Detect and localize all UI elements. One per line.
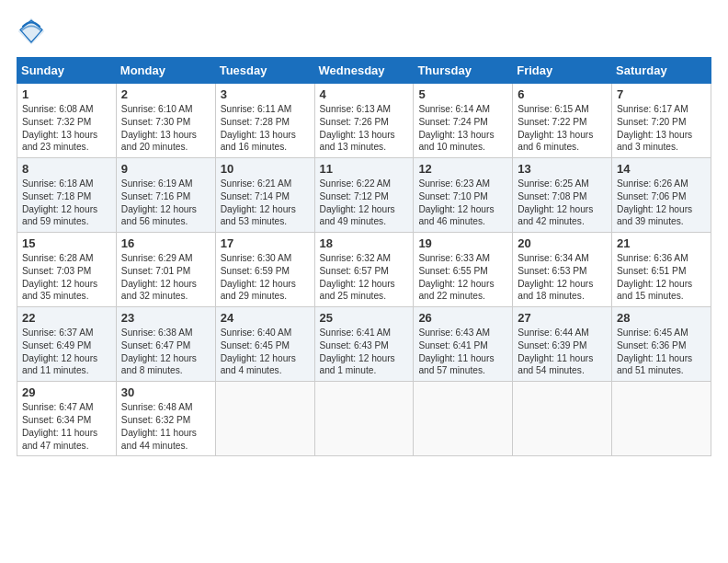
table-row: 6Sunrise: 6:15 AMSunset: 7:22 PMDaylight…	[513, 84, 612, 158]
day-number: 23	[121, 311, 210, 325]
cell-text: Sunrise: 6:41 AMSunset: 6:43 PMDaylight:…	[320, 327, 395, 375]
table-row: 5Sunrise: 6:14 AMSunset: 7:24 PMDaylight…	[414, 84, 513, 158]
day-number: 1	[22, 87, 111, 101]
logo-icon	[17, 17, 46, 46]
cell-text: Sunrise: 6:08 AMSunset: 7:32 PMDaylight:…	[22, 104, 97, 152]
table-row: 10Sunrise: 6:21 AMSunset: 7:14 PMDayligh…	[215, 158, 314, 233]
day-number: 30	[121, 385, 210, 399]
day-number: 25	[320, 311, 409, 325]
empty-cell	[513, 382, 612, 456]
cell-text: Sunrise: 6:43 AMSunset: 6:41 PMDaylight:…	[418, 327, 494, 375]
table-row: 18Sunrise: 6:32 AMSunset: 6:57 PMDayligh…	[314, 233, 414, 307]
page: Sunday Monday Tuesday Wednesday Thursday…	[0, 0, 728, 465]
table-row: 4Sunrise: 6:13 AMSunset: 7:26 PMDaylight…	[314, 84, 414, 158]
empty-cell	[612, 382, 711, 456]
cell-text: Sunrise: 6:22 AMSunset: 7:12 PMDaylight:…	[320, 178, 395, 226]
table-row: 8Sunrise: 6:18 AMSunset: 7:18 PMDaylight…	[17, 158, 117, 233]
day-number: 6	[518, 87, 607, 101]
cell-text: Sunrise: 6:44 AMSunset: 6:39 PMDaylight:…	[518, 327, 593, 375]
day-number: 18	[320, 236, 409, 250]
cell-text: Sunrise: 6:21 AMSunset: 7:14 PMDaylight:…	[221, 178, 296, 226]
cell-text: Sunrise: 6:47 AMSunset: 6:34 PMDaylight:…	[22, 402, 97, 450]
col-sunday: Sunday	[17, 58, 117, 84]
day-number: 21	[617, 236, 706, 250]
day-number: 24	[221, 311, 310, 325]
day-number: 28	[617, 311, 706, 325]
cell-text: Sunrise: 6:18 AMSunset: 7:18 PMDaylight:…	[22, 178, 97, 226]
table-row: 20Sunrise: 6:34 AMSunset: 6:53 PMDayligh…	[513, 233, 612, 307]
table-row: 21Sunrise: 6:36 AMSunset: 6:51 PMDayligh…	[612, 233, 711, 307]
table-row: 25Sunrise: 6:41 AMSunset: 6:43 PMDayligh…	[314, 307, 414, 382]
day-number: 27	[518, 311, 607, 325]
table-row: 12Sunrise: 6:23 AMSunset: 7:10 PMDayligh…	[414, 158, 513, 233]
cell-text: Sunrise: 6:19 AMSunset: 7:16 PMDaylight:…	[121, 178, 197, 226]
table-row: 16Sunrise: 6:29 AMSunset: 7:01 PMDayligh…	[116, 233, 215, 307]
cell-text: Sunrise: 6:37 AMSunset: 6:49 PMDaylight:…	[22, 327, 97, 375]
table-row: 2Sunrise: 6:10 AMSunset: 7:30 PMDaylight…	[116, 84, 215, 158]
cell-text: Sunrise: 6:45 AMSunset: 6:36 PMDaylight:…	[617, 327, 692, 375]
cell-text: Sunrise: 6:32 AMSunset: 6:57 PMDaylight:…	[320, 253, 395, 301]
table-row: 17Sunrise: 6:30 AMSunset: 6:59 PMDayligh…	[215, 233, 314, 307]
table-row: 1Sunrise: 6:08 AMSunset: 7:32 PMDaylight…	[17, 84, 117, 158]
day-number: 13	[518, 162, 607, 176]
day-number: 5	[418, 87, 507, 101]
cell-text: Sunrise: 6:34 AMSunset: 6:53 PMDaylight:…	[518, 253, 593, 301]
table-row: 30Sunrise: 6:48 AMSunset: 6:32 PMDayligh…	[116, 382, 215, 456]
table-row: 28Sunrise: 6:45 AMSunset: 6:36 PMDayligh…	[612, 307, 711, 382]
col-thursday: Thursday	[414, 58, 513, 84]
table-row: 7Sunrise: 6:17 AMSunset: 7:20 PMDaylight…	[612, 84, 711, 158]
day-number: 3	[221, 87, 310, 101]
day-number: 16	[121, 236, 210, 250]
table-row: 11Sunrise: 6:22 AMSunset: 7:12 PMDayligh…	[314, 158, 414, 233]
table-row: 13Sunrise: 6:25 AMSunset: 7:08 PMDayligh…	[513, 158, 612, 233]
table-row: 14Sunrise: 6:26 AMSunset: 7:06 PMDayligh…	[612, 158, 711, 233]
table-row: 22Sunrise: 6:37 AMSunset: 6:49 PMDayligh…	[17, 307, 117, 382]
day-number: 4	[320, 87, 409, 101]
day-number: 26	[418, 311, 507, 325]
table-row: 9Sunrise: 6:19 AMSunset: 7:16 PMDaylight…	[116, 158, 215, 233]
cell-text: Sunrise: 6:10 AMSunset: 7:30 PMDaylight:…	[121, 104, 197, 152]
day-number: 22	[22, 311, 111, 325]
table-row: 23Sunrise: 6:38 AMSunset: 6:47 PMDayligh…	[116, 307, 215, 382]
col-tuesday: Tuesday	[215, 58, 314, 84]
cell-text: Sunrise: 6:30 AMSunset: 6:59 PMDaylight:…	[221, 253, 296, 301]
calendar-row: 29Sunrise: 6:47 AMSunset: 6:34 PMDayligh…	[17, 382, 711, 456]
day-number: 8	[22, 162, 111, 176]
table-row: 3Sunrise: 6:11 AMSunset: 7:28 PMDaylight…	[215, 84, 314, 158]
cell-text: Sunrise: 6:26 AMSunset: 7:06 PMDaylight:…	[617, 178, 692, 226]
cell-text: Sunrise: 6:33 AMSunset: 6:55 PMDaylight:…	[418, 253, 494, 301]
day-number: 29	[22, 385, 111, 399]
header-row: Sunday Monday Tuesday Wednesday Thursday…	[17, 58, 711, 84]
empty-cell	[414, 382, 513, 456]
table-row: 29Sunrise: 6:47 AMSunset: 6:34 PMDayligh…	[17, 382, 117, 456]
day-number: 20	[518, 236, 607, 250]
table-row: 27Sunrise: 6:44 AMSunset: 6:39 PMDayligh…	[513, 307, 612, 382]
cell-text: Sunrise: 6:23 AMSunset: 7:10 PMDaylight:…	[418, 178, 494, 226]
col-friday: Friday	[513, 58, 612, 84]
day-number: 7	[617, 87, 706, 101]
empty-cell	[314, 382, 414, 456]
empty-cell	[215, 382, 314, 456]
cell-text: Sunrise: 6:28 AMSunset: 7:03 PMDaylight:…	[22, 253, 97, 301]
cell-text: Sunrise: 6:11 AMSunset: 7:28 PMDaylight:…	[221, 104, 296, 152]
calendar-row: 15Sunrise: 6:28 AMSunset: 7:03 PMDayligh…	[17, 233, 711, 307]
day-number: 14	[617, 162, 706, 176]
day-number: 19	[418, 236, 507, 250]
cell-text: Sunrise: 6:38 AMSunset: 6:47 PMDaylight:…	[121, 327, 197, 375]
cell-text: Sunrise: 6:17 AMSunset: 7:20 PMDaylight:…	[617, 104, 692, 152]
cell-text: Sunrise: 6:48 AMSunset: 6:32 PMDaylight:…	[121, 402, 197, 450]
header	[17, 17, 711, 46]
day-number: 2	[121, 87, 210, 101]
day-number: 12	[418, 162, 507, 176]
table-row: 19Sunrise: 6:33 AMSunset: 6:55 PMDayligh…	[414, 233, 513, 307]
cell-text: Sunrise: 6:15 AMSunset: 7:22 PMDaylight:…	[518, 104, 593, 152]
table-row: 24Sunrise: 6:40 AMSunset: 6:45 PMDayligh…	[215, 307, 314, 382]
calendar-row: 8Sunrise: 6:18 AMSunset: 7:18 PMDaylight…	[17, 158, 711, 233]
day-number: 10	[221, 162, 310, 176]
day-number: 15	[22, 236, 111, 250]
cell-text: Sunrise: 6:40 AMSunset: 6:45 PMDaylight:…	[221, 327, 296, 375]
day-number: 11	[320, 162, 409, 176]
col-saturday: Saturday	[612, 58, 711, 84]
cell-text: Sunrise: 6:14 AMSunset: 7:24 PMDaylight:…	[418, 104, 494, 152]
table-row: 15Sunrise: 6:28 AMSunset: 7:03 PMDayligh…	[17, 233, 117, 307]
